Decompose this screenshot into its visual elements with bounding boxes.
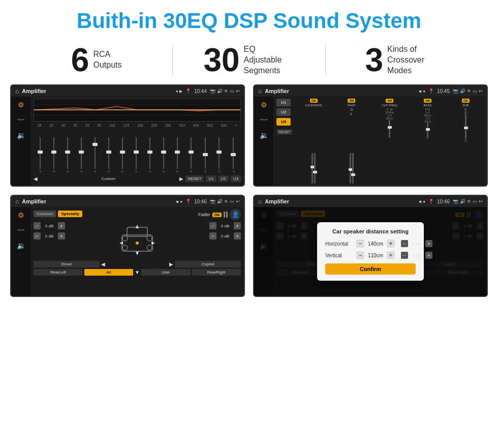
dialog-vertical-plus[interactable]: +: [387, 251, 395, 259]
eq-slider-5[interactable]: 5: [94, 137, 96, 173]
crossover-u2-btn[interactable]: U2: [276, 108, 291, 116]
crossover-sidebar-wave-icon[interactable]: 〰: [260, 116, 267, 124]
dialog-horizontal-minus[interactable]: −: [356, 240, 364, 248]
dialog-vertical-minus[interactable]: −: [356, 251, 364, 259]
phat-slider-1[interactable]: [350, 153, 351, 184]
fader-db-minus-2[interactable]: −: [34, 232, 41, 240]
dialog-db-minus-r2[interactable]: −: [401, 252, 408, 259]
eq-slider-2[interactable]: 0: [53, 137, 55, 173]
dialog-status-icons: 📷 🔊 ✕ ▭ ↩: [453, 199, 483, 204]
sub-on[interactable]: ON: [462, 99, 470, 103]
crossover-home-icon[interactable]: ⌂: [258, 87, 262, 95]
eq-slider-7[interactable]: 0: [121, 137, 123, 173]
sub-label: SUB: [462, 104, 469, 107]
eq-slider-8[interactable]: 0: [135, 137, 137, 173]
dialog-db-plus-r1[interactable]: +: [425, 240, 432, 247]
eq-slider-9[interactable]: 0: [149, 137, 150, 173]
cutfreq-on[interactable]: ON: [386, 99, 393, 103]
bass-slider[interactable]: [427, 123, 428, 138]
eq-sidebar-wave-icon[interactable]: 〰: [17, 116, 24, 124]
eq-screen-content: ⚙ 〰 🔉: [11, 97, 244, 186]
home-icon[interactable]: ⌂: [15, 87, 19, 95]
sub-slider[interactable]: [465, 114, 466, 139]
eq-u2-btn[interactable]: U2: [219, 175, 229, 182]
crossover-u3-btn[interactable]: U3: [276, 118, 291, 126]
fader-driver-btn[interactable]: Driver: [34, 261, 100, 267]
phat-slider-2[interactable]: [352, 153, 354, 184]
eq-sidebar-speaker-icon[interactable]: 🔉: [17, 131, 25, 139]
fader-user-icon[interactable]: 👤: [230, 209, 241, 220]
dialog-vertical-value: 110cm: [366, 253, 385, 258]
fader-tab-common[interactable]: Common: [34, 211, 56, 217]
fader-sidebar-speaker-icon[interactable]: 🔉: [17, 242, 25, 250]
eq-slider-4[interactable]: 0: [81, 137, 82, 173]
crossover-sidebar-eq-icon[interactable]: ⚙: [261, 101, 267, 109]
phat-on[interactable]: ON: [348, 99, 355, 103]
fader-db-minus-4[interactable]: −: [209, 232, 216, 240]
fader-user-btn[interactable]: User: [141, 269, 191, 276]
fader-tab-specialty[interactable]: Specialty: [58, 211, 82, 217]
eq-next-btn[interactable]: ▶: [179, 176, 183, 182]
eq-u3-btn[interactable]: U3: [231, 175, 241, 182]
crossover-sub-col: ON SUB G 20 0: [447, 99, 484, 184]
fader-home-icon[interactable]: ⌂: [15, 198, 19, 205]
cutfreq-slider[interactable]: [389, 120, 390, 138]
fader-rearright-btn[interactable]: RearRight: [192, 269, 241, 276]
loudness-slider-2[interactable]: [314, 153, 316, 184]
fader-bottom-btns: Driver ◀ ▶ Copilot: [34, 261, 241, 267]
fader-db-plus-1[interactable]: +: [58, 222, 65, 229]
dialog-back-icon[interactable]: ↩: [479, 199, 483, 204]
eq-controls: ◀ Custom ▶ RESET U1 U2 U3: [34, 174, 241, 184]
eq-slider-15[interactable]: -1: [232, 137, 235, 173]
fader-db-plus-4[interactable]: +: [234, 232, 241, 240]
fader-db-plus-2[interactable]: +: [58, 232, 65, 240]
back-icon[interactable]: ↩: [236, 88, 240, 94]
eq-slider-10[interactable]: 0: [163, 137, 164, 173]
dialog-horizontal-plus[interactable]: +: [387, 240, 395, 248]
fader-db-plus-3[interactable]: +: [234, 222, 241, 229]
eq-slider-1[interactable]: 0: [40, 137, 41, 173]
crossover-reset-btn[interactable]: RESET: [276, 129, 292, 135]
eq-slider-11[interactable]: 0: [176, 137, 178, 173]
eq-sidebar-eq-icon[interactable]: ⚙: [18, 101, 24, 109]
fader-back-icon[interactable]: ↩: [236, 199, 240, 204]
dialog-home-icon[interactable]: ⌂: [258, 198, 262, 205]
fader-down-arrow[interactable]: ▼: [135, 270, 140, 275]
eq-slider-6[interactable]: 0: [108, 137, 109, 173]
eq-reset-btn[interactable]: RESET: [185, 175, 204, 182]
eq-slider-13[interactable]: -1: [204, 137, 206, 173]
crossover-u1-btn[interactable]: U1: [276, 99, 291, 106]
crossover-sidebar-speaker-icon[interactable]: 🔉: [260, 131, 268, 139]
dialog-db-plus-r2[interactable]: +: [425, 252, 432, 259]
fader-db-value-1: 0 dB: [42, 224, 56, 228]
dialog-minimize-icon: ▭: [473, 199, 477, 204]
eq-graph: [34, 99, 241, 122]
dialog-confirm-button[interactable]: Confirm: [325, 263, 416, 275]
page-title: Buith-in 30EQ DSP Sound System: [0, 0, 498, 39]
dialog-db-minus-r1[interactable]: −: [401, 240, 408, 247]
crossover-loudness-col: ON LOUDNESS: [295, 99, 332, 184]
eq-u1-btn[interactable]: U1: [206, 175, 216, 182]
eq-slider-12[interactable]: 0: [190, 137, 192, 173]
bass-on[interactable]: ON: [424, 99, 431, 103]
eq-slider-3[interactable]: 0: [67, 137, 69, 173]
fader-right-arrow[interactable]: ▶: [169, 261, 173, 267]
dialog-overlay: Car speaker distance setting Horizontal …: [254, 207, 487, 296]
crossover-back-icon[interactable]: ↩: [479, 88, 483, 94]
fader-sidebar-wave-icon[interactable]: 〰: [17, 226, 24, 234]
eq-prev-btn[interactable]: ◀: [34, 176, 38, 182]
fader-copilot-btn[interactable]: Copilot: [175, 261, 241, 267]
loudness-on[interactable]: ON: [310, 99, 318, 103]
fader-on-badge[interactable]: ON: [212, 213, 222, 217]
fader-rearleft-btn[interactable]: RearLeft: [34, 269, 83, 276]
volume-icon: 🔊: [217, 88, 223, 94]
fader-all-btn[interactable]: All: [84, 269, 134, 276]
dialog-db-val-r1: 0 dB: [410, 242, 424, 246]
eq-slider-14[interactable]: 0: [219, 137, 220, 173]
fader-db-minus-3[interactable]: −: [209, 222, 216, 229]
loudness-slider-1[interactable]: [312, 153, 313, 184]
fader-left-arrow[interactable]: ◀: [101, 261, 105, 267]
fader-volume-icon: 🔊: [217, 199, 223, 204]
fader-sidebar-eq-icon[interactable]: ⚙: [18, 211, 24, 219]
fader-db-minus-1[interactable]: −: [34, 222, 41, 229]
